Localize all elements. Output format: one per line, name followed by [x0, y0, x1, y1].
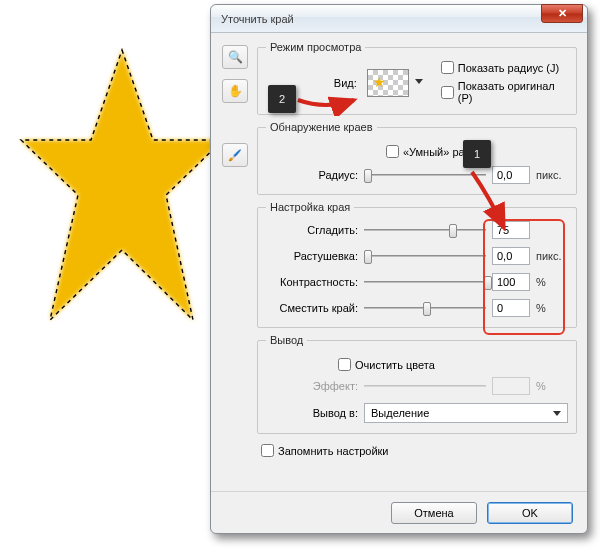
- canvas-star-selection: [8, 30, 236, 350]
- cancel-button[interactable]: Отмена: [391, 502, 477, 524]
- shift-slider[interactable]: [364, 299, 486, 317]
- tool-column: [221, 41, 249, 491]
- refine-brush-tool-button[interactable]: [222, 143, 248, 167]
- view-mode-legend: Режим просмотра: [266, 41, 365, 53]
- hand-icon: [228, 84, 243, 98]
- show-original-checkbox[interactable]: Показать оригинал (P): [441, 80, 568, 104]
- contrast-input[interactable]: [492, 273, 530, 291]
- zoom-icon: [228, 50, 243, 64]
- adjust-edge-legend: Настройка края: [266, 201, 354, 213]
- output-to-select[interactable]: Выделение: [364, 403, 568, 423]
- edge-detection-group: Обнаружение краев «Умный» радиус Радиус:…: [257, 121, 577, 195]
- zoom-tool-button[interactable]: [222, 45, 248, 69]
- remember-settings-label: Запомнить настройки: [278, 445, 389, 457]
- shift-label: Сместить край:: [266, 302, 358, 314]
- refine-edge-dialog: Уточнить край ✕ Режим просмотра Вид:: [210, 4, 588, 534]
- output-to-value: Выделение: [371, 407, 429, 419]
- amount-label: Эффект:: [266, 380, 358, 392]
- dialog-title: Уточнить край: [221, 13, 541, 25]
- feather-slider[interactable]: [364, 247, 486, 265]
- decontaminate-checkbox[interactable]: Очистить цвета: [338, 358, 435, 371]
- feather-label: Растушевка:: [266, 250, 358, 262]
- smart-radius-input[interactable]: [386, 145, 399, 158]
- radius-input[interactable]: [492, 166, 530, 184]
- output-legend: Вывод: [266, 334, 307, 346]
- contrast-label: Контрастность:: [266, 276, 358, 288]
- smooth-slider[interactable]: [364, 221, 486, 239]
- chevron-down-icon: [553, 411, 561, 416]
- remember-settings-input[interactable]: [261, 444, 274, 457]
- view-mode-group: Режим просмотра Вид: Показать радиус (J): [257, 41, 577, 115]
- contrast-slider[interactable]: [364, 273, 486, 291]
- callout-2: 2: [268, 85, 296, 113]
- feather-unit: пикс.: [536, 250, 568, 262]
- smooth-label: Сгладить:: [266, 224, 358, 236]
- radius-slider[interactable]: [364, 166, 486, 184]
- ok-button[interactable]: OK: [487, 502, 573, 524]
- contrast-unit: %: [536, 276, 568, 288]
- feather-input[interactable]: [492, 247, 530, 265]
- show-radius-input[interactable]: [441, 61, 454, 74]
- dialog-titlebar[interactable]: Уточнить край ✕: [211, 5, 587, 33]
- close-button[interactable]: ✕: [541, 4, 583, 23]
- close-icon: ✕: [558, 7, 567, 20]
- chevron-down-icon[interactable]: [415, 79, 423, 84]
- dialog-footer: Отмена OK: [211, 491, 587, 533]
- show-radius-checkbox[interactable]: Показать радиус (J): [441, 61, 568, 74]
- output-to-label: Вывод в:: [266, 407, 358, 419]
- amount-slider: [364, 377, 486, 395]
- shift-unit: %: [536, 302, 568, 314]
- brush-icon: [228, 149, 242, 162]
- radius-unit: пикс.: [536, 169, 568, 181]
- adjust-edge-group: Настройка края Сгладить: Растушевка: п: [257, 201, 577, 328]
- amount-unit: %: [536, 380, 568, 392]
- amount-input: [492, 377, 530, 395]
- remember-settings-checkbox[interactable]: Запомнить настройки: [261, 444, 389, 457]
- svg-marker-0: [21, 50, 223, 320]
- view-mode-swatch[interactable]: [367, 69, 409, 97]
- decontaminate-input[interactable]: [338, 358, 351, 371]
- edge-detection-legend: Обнаружение краев: [266, 121, 377, 133]
- callout-1: 1: [463, 140, 491, 168]
- radius-label: Радиус:: [266, 169, 358, 181]
- output-group: Вывод Очистить цвета Эффект: % В: [257, 334, 577, 434]
- smooth-input[interactable]: [492, 221, 530, 239]
- shift-input[interactable]: [492, 299, 530, 317]
- show-original-label: Показать оригинал (P): [458, 80, 568, 104]
- show-radius-label: Показать радиус (J): [458, 62, 559, 74]
- decontaminate-label: Очистить цвета: [355, 359, 435, 371]
- show-original-input[interactable]: [441, 86, 454, 99]
- hand-tool-button[interactable]: [222, 79, 248, 103]
